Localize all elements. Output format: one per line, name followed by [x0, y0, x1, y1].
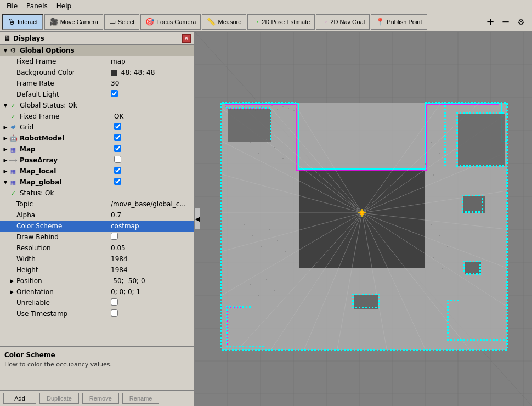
- fixed-frame-row[interactable]: Fixed Frame map: [0, 56, 194, 67]
- remove-button[interactable]: Remove: [82, 393, 119, 404]
- grid-enable-checkbox[interactable]: [114, 123, 121, 130]
- focus-camera-button[interactable]: 🎯 Focus Camera: [140, 14, 201, 30]
- map-global-enable-checkbox[interactable]: [114, 178, 121, 185]
- svg-rect-161: [466, 349, 467, 351]
- map-local-arrow[interactable]: ▶: [2, 168, 9, 174]
- svg-rect-526: [477, 339, 478, 341]
- map-row[interactable]: ▶ ▦ Map: [0, 144, 194, 155]
- duplicate-button[interactable]: Duplicate: [39, 393, 79, 404]
- orientation-arrow[interactable]: ▶: [9, 289, 15, 295]
- use-timestamp-row[interactable]: Use Timestamp: [0, 308, 194, 319]
- global-options-row[interactable]: ▼ ⚙ Global Options: [0, 45, 194, 56]
- fixed-frame-status-value: OK: [112, 112, 194, 120]
- nav-goal-button[interactable]: → 2D Nav Goal: [316, 14, 370, 30]
- map-global-status-row[interactable]: ✓ Status: Ok: [0, 188, 194, 199]
- svg-rect-453: [227, 337, 228, 338]
- svg-rect-158: [456, 349, 457, 351]
- robot-model-row[interactable]: ▶ 🤖 RobotModel: [0, 133, 194, 144]
- alpha-label: Alpha: [15, 211, 109, 219]
- svg-rect-173: [505, 349, 507, 351]
- publish-point-button[interactable]: 📍 Publish Point: [371, 14, 427, 30]
- menu-help[interactable]: Help: [52, 1, 76, 11]
- default-light-row[interactable]: Default Light: [0, 89, 194, 100]
- svg-rect-230: [220, 222, 222, 223]
- svg-rect-334: [506, 317, 508, 319]
- interact-icon: 🖱: [8, 18, 15, 26]
- map-local-row[interactable]: ▶ ▦ Map_local: [0, 166, 194, 177]
- use-timestamp-enable-checkbox[interactable]: [111, 309, 118, 317]
- robot-model-arrow[interactable]: ▶: [2, 136, 9, 141]
- color-scheme-row[interactable]: Color Scheme costmap: [0, 221, 194, 232]
- svg-rect-490: [466, 165, 468, 167]
- info-panel-title: Color Scheme: [4, 351, 190, 359]
- pose-array-row[interactable]: ▶ ⟿ PoseArray: [0, 155, 194, 166]
- map-global-row[interactable]: ▼ ▦ Map_global: [0, 177, 194, 188]
- grid-arrow[interactable]: ▶: [2, 125, 9, 130]
- menu-panels[interactable]: Panels: [22, 1, 52, 11]
- unreliable-enable-checkbox[interactable]: [111, 298, 118, 306]
- pose-array-arrow[interactable]: ▶: [2, 157, 9, 163]
- rename-button[interactable]: Rename: [122, 393, 160, 404]
- robot-model-enable-checkbox[interactable]: [114, 134, 121, 141]
- svg-rect-559: [352, 294, 354, 295]
- global-options-arrow[interactable]: ▼: [2, 48, 9, 53]
- topic-row[interactable]: Topic /move_base/global_c...: [0, 199, 194, 210]
- pose-array-enable-checkbox[interactable]: [114, 156, 121, 163]
- map-arrow[interactable]: ▶: [2, 146, 9, 152]
- svg-rect-181: [444, 125, 446, 127]
- svg-rect-433: [242, 346, 244, 347]
- svg-rect-510: [447, 316, 449, 318]
- bg-color-row[interactable]: Background Color 48; 48; 48: [0, 67, 194, 78]
- displays-title-bar: 🖥 Displays: [3, 34, 44, 43]
- menu-file[interactable]: File: [2, 1, 22, 11]
- svg-rect-436: [252, 346, 254, 347]
- grid-row[interactable]: ▶ # Grid: [0, 122, 194, 133]
- alpha-row[interactable]: Alpha 0.7: [0, 210, 194, 221]
- frame-rate-row[interactable]: Frame Rate 30: [0, 78, 194, 89]
- select-button[interactable]: ▭ Select: [104, 14, 140, 30]
- publish-point-icon: 📍: [376, 18, 384, 26]
- minus-toolbar-icon[interactable]: −: [499, 15, 512, 29]
- unreliable-row[interactable]: Unreliable: [0, 297, 194, 308]
- map-global-arrow[interactable]: ▼: [2, 179, 9, 185]
- move-camera-button[interactable]: 🎥 Move Camera: [44, 14, 103, 30]
- displays-title-label: Displays: [13, 35, 44, 42]
- svg-rect-277: [506, 129, 508, 131]
- default-light-checkbox[interactable]: [111, 90, 118, 97]
- svg-rect-289: [506, 169, 508, 171]
- add-toolbar-icon[interactable]: +: [484, 15, 497, 29]
- map-enable-checkbox[interactable]: [114, 145, 121, 152]
- svg-rect-520: [457, 339, 459, 341]
- draw-behind-row[interactable]: Draw Behind: [0, 232, 194, 243]
- map-local-enable-checkbox[interactable]: [114, 167, 121, 174]
- global-status-row[interactable]: ▼ ✓ Global Status: Ok: [0, 100, 194, 111]
- height-row[interactable]: Height 1984: [0, 264, 194, 275]
- tree-container[interactable]: ▼ ⚙ Global Options Fixed Frame map Backg…: [0, 45, 194, 346]
- orientation-row[interactable]: ▶ Orientation 0; 0; 0; 1: [0, 286, 194, 297]
- position-arrow[interactable]: ▶: [9, 278, 15, 284]
- width-row[interactable]: Width 1984: [0, 253, 194, 264]
- svg-rect-527: [480, 339, 482, 341]
- use-timestamp-checkbox: [109, 309, 194, 318]
- svg-rect-573: [359, 307, 360, 308]
- svg-rect-505: [457, 300, 459, 301]
- draw-behind-enable-checkbox[interactable]: [111, 233, 118, 240]
- svg-rect-57: [281, 102, 283, 104]
- svg-rect-75: [468, 102, 469, 104]
- pose-estimate-button[interactable]: → 2D Pose Estimate: [247, 14, 315, 30]
- add-button[interactable]: Add: [3, 393, 36, 404]
- svg-rect-609: [269, 229, 270, 230]
- rviz-3d-view[interactable]: ◀: [195, 32, 532, 406]
- right-panel[interactable]: ◀: [195, 32, 532, 406]
- position-row[interactable]: ▶ Position -50; -50; 0: [0, 275, 194, 286]
- settings-toolbar-icon[interactable]: ⚙: [514, 15, 528, 29]
- collapse-handle[interactable]: ◀: [195, 208, 200, 230]
- measure-button[interactable]: 📏 Measure: [202, 14, 246, 30]
- interact-button[interactable]: 🖱 Interact: [2, 14, 43, 30]
- displays-close-button[interactable]: ✕: [182, 34, 191, 43]
- svg-rect-321: [506, 274, 508, 276]
- resolution-row[interactable]: Resolution 0.05: [0, 243, 194, 253]
- fixed-frame-status-row[interactable]: ✓ Fixed Frame OK: [0, 111, 194, 122]
- svg-rect-571: [352, 307, 354, 308]
- global-status-arrow[interactable]: ▼: [2, 103, 9, 108]
